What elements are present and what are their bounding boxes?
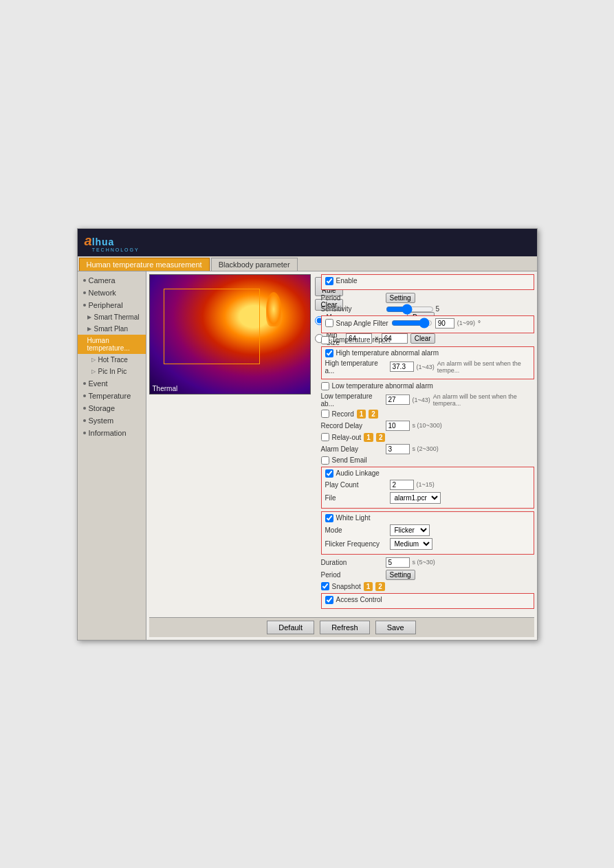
sidebar-item-system[interactable]: System <box>78 414 146 427</box>
sidebar-item-smart-plan[interactable]: ▶ Smart Plan <box>78 323 146 335</box>
mode-select[interactable]: Flicker Steady <box>390 524 430 536</box>
sidebar-item-information[interactable]: Information <box>78 427 146 439</box>
high-temp-above-label: High temperature a... <box>325 359 387 375</box>
period-setting-button[interactable]: Setting <box>386 293 415 303</box>
relay-label: Relay-out <box>332 434 362 441</box>
snapshot-badge-1: 1 <box>364 582 373 591</box>
alarm-delay-input[interactable] <box>386 444 410 454</box>
high-temp-checkbox[interactable] <box>325 349 333 357</box>
settings-panel: Enable Period Setting Sensitivity <box>318 274 534 612</box>
relay-out-row: Relay-out 1 2 <box>321 433 534 442</box>
snapshot-badge-2: 2 <box>375 582 385 591</box>
relay-checkbox[interactable] <box>321 433 329 441</box>
sidebar-item-event[interactable]: Event <box>78 377 146 390</box>
low-temp-hint: An alarm will be sent when the tempera..… <box>433 393 534 407</box>
white-light-section: White Light Mode Flicker Steady Flicke <box>321 511 534 555</box>
play-count-label: Play Count <box>325 481 387 489</box>
snap-angle-input[interactable] <box>435 318 454 329</box>
low-temp-alarm-row: Low temperature abnormal alarm <box>321 382 534 390</box>
enable-label: Enable <box>336 277 358 285</box>
send-email-row: Send Email <box>321 456 534 465</box>
main-content: Camera Network Peripheral ▶ Smart Therma… <box>78 271 537 640</box>
snap-angle-section: Snap Angle Filter (1~99) ° <box>321 315 534 333</box>
high-temp-range: (1~43) <box>417 364 435 370</box>
duration-range: s (5~30) <box>413 559 435 566</box>
white-light-label: White Light <box>336 514 371 522</box>
sensitivity-slider[interactable] <box>386 305 434 313</box>
tab-blackbody[interactable]: Blackbody parameter <box>211 258 298 271</box>
duration-input[interactable] <box>386 557 410 568</box>
record-badge-2: 2 <box>369 410 378 419</box>
sidebar-item-peripheral[interactable]: Peripheral <box>78 299 146 311</box>
audio-linkage-label: Audio Linkage <box>336 469 380 477</box>
snapshot-label: Snapshot <box>332 583 361 590</box>
duration-label: Duration <box>321 559 383 566</box>
video-area: Thermal <box>149 274 311 394</box>
file-label: File <box>325 494 387 502</box>
sidebar-item-network[interactable]: Network <box>78 287 146 299</box>
white-light-checkbox[interactable] <box>325 514 333 522</box>
low-temp-range: (1~43) <box>413 397 430 403</box>
app-header: a lhua TECHNOLOGY <box>78 229 537 256</box>
sidebar-item-pic-in-pic[interactable]: ▷ Pic In Pic <box>78 366 146 377</box>
logo-tech-text: TECHNOLOGY <box>92 247 140 252</box>
snap-angle-checkbox[interactable] <box>325 319 333 327</box>
sidebar-item-human-temperature[interactable]: Human temperature... <box>78 335 146 354</box>
right-panel: Thermal Draw Rule Clear Max Size × <box>146 271 537 640</box>
play-count-input[interactable] <box>390 480 414 490</box>
tabs-row: Human temperature measurement Blackbody … <box>78 256 537 271</box>
record-delay-input[interactable] <box>386 421 410 431</box>
sidebar-item-temperature[interactable]: Temperature <box>78 390 146 402</box>
enable-checkbox[interactable] <box>325 277 333 285</box>
low-temp-alarm-label: Low temperature abnormal alarm <box>332 382 433 390</box>
tab-human-temp[interactable]: Human temperature measurement <box>79 258 210 271</box>
flicker-freq-select[interactable]: Low Medium High <box>390 538 432 550</box>
period-label: Period <box>321 294 383 302</box>
logo-a-letter: a <box>85 233 92 249</box>
low-temp-value-row: Low temperature ab... (1~43) An alarm wi… <box>321 392 534 408</box>
record-delay-range: s (10~300) <box>413 422 442 429</box>
default-button[interactable]: Default <box>267 621 314 634</box>
alarm-delay-row: Alarm Delay s (2~300) <box>321 444 534 454</box>
duration-row: Duration s (5~30) <box>321 557 534 568</box>
refresh-button[interactable]: Refresh <box>320 621 370 634</box>
low-temp-checkbox[interactable] <box>321 382 329 390</box>
send-email-label: Send Email <box>332 456 367 464</box>
temp-report-checkbox[interactable] <box>321 336 329 344</box>
snap-angle-slider[interactable] <box>391 319 432 327</box>
temp-report-row: Temperature report <box>321 336 534 344</box>
sensitivity-value: 5 <box>436 305 440 313</box>
audio-linkage-checkbox[interactable] <box>325 469 333 478</box>
alarm-delay-label: Alarm Delay <box>321 445 383 453</box>
period2-row: Period Setting <box>321 570 534 580</box>
sidebar-item-camera[interactable]: Camera <box>78 274 146 287</box>
access-control-section: Access Control <box>321 593 534 609</box>
sidebar: Camera Network Peripheral ▶ Smart Therma… <box>78 271 146 640</box>
sidebar-item-storage[interactable]: Storage <box>78 402 146 414</box>
bottom-buttons: Default Refresh Save <box>149 617 534 637</box>
sensitivity-row: Sensitivity 5 <box>321 305 534 313</box>
low-temp-above-label: Low temperature ab... <box>321 392 383 408</box>
record-checkbox[interactable] <box>321 410 329 418</box>
record-label: Record <box>332 410 354 418</box>
snapshot-checkbox[interactable] <box>321 582 329 590</box>
access-control-checkbox[interactable] <box>325 596 333 604</box>
period2-setting-button[interactable]: Setting <box>386 570 415 580</box>
sidebar-item-smart-thermal[interactable]: ▶ Smart Thermal <box>78 311 146 323</box>
record-delay-row: Record Delay s (10~300) <box>321 421 534 431</box>
snap-angle-range: (1~99) <box>457 320 475 326</box>
file-select[interactable]: alarm1.pcr <box>390 492 441 504</box>
period-row: Period Setting <box>321 293 534 303</box>
sensitivity-label: Sensitivity <box>321 305 383 313</box>
video-label: Thermal <box>153 385 178 392</box>
save-button[interactable]: Save <box>375 621 416 634</box>
enable-section: Enable <box>321 274 534 290</box>
low-temp-value-input[interactable] <box>386 394 410 405</box>
record-delay-label: Record Delay <box>321 422 383 430</box>
logo-lhua-text: lhua <box>92 236 115 247</box>
high-temp-value-input[interactable] <box>390 361 414 372</box>
sidebar-item-hot-trace[interactable]: ▷ Hot Trace <box>78 354 146 366</box>
send-email-checkbox[interactable] <box>321 456 329 465</box>
app-logo: a lhua TECHNOLOGY <box>85 233 140 252</box>
high-temp-section: High temperature abnormal alarm High tem… <box>321 346 534 379</box>
